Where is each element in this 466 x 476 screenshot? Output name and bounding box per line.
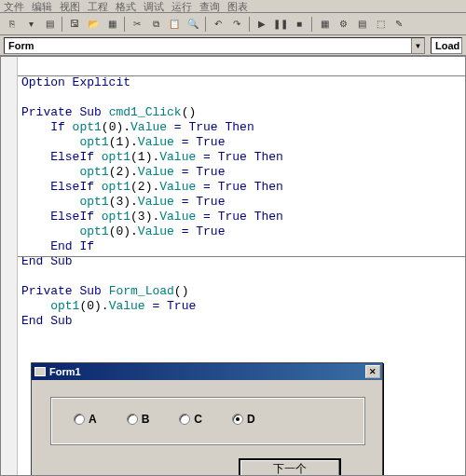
toolbar-button[interactable]: ⎘ — [4, 16, 21, 33]
find-icon[interactable]: 🔍 — [185, 16, 201, 33]
close-button[interactable]: ✕ — [365, 365, 380, 378]
toolbar-button[interactable]: ✎ — [391, 16, 407, 33]
toolbar-button[interactable]: ⬚ — [372, 16, 389, 33]
option-a[interactable]: A — [74, 413, 97, 426]
menu-item[interactable]: 编辑 — [32, 0, 52, 12]
titlebar[interactable]: Form1 ✕ — [32, 363, 382, 380]
menu-item[interactable]: 运行 — [171, 0, 192, 12]
option-label: D — [247, 413, 255, 426]
form-icon — [34, 365, 47, 378]
menu-item[interactable]: 查询 — [199, 0, 220, 12]
option-c[interactable]: C — [179, 413, 202, 426]
option-b[interactable]: B — [127, 413, 150, 426]
window-title: Form1 — [49, 366, 81, 377]
chevron-down-icon[interactable]: ▼ — [411, 38, 424, 53]
object-proc-selectors: Form ▼ Load — [0, 35, 466, 56]
toolbar-button[interactable]: 📂 — [85, 16, 102, 33]
procedure-dropdown-value: Load — [435, 40, 459, 51]
toolbar-separator — [124, 17, 125, 32]
code-content: Option Explicit Private Sub cmd1_Click()… — [21, 61, 283, 344]
toolbar-button[interactable]: ▤ — [353, 16, 370, 33]
section-divider — [18, 256, 465, 257]
option-frame: A B C D — [50, 397, 365, 445]
stop-icon[interactable]: ■ — [291, 16, 308, 33]
radio-icon — [232, 414, 243, 425]
menu-item[interactable]: 工程 — [88, 0, 108, 12]
option-label: C — [194, 413, 202, 426]
menu-item[interactable]: 视图 — [60, 0, 80, 12]
toolbar-separator — [249, 17, 250, 32]
menu-item[interactable]: 图表 — [227, 0, 248, 12]
menu-bar: 文件 编辑 视图 工程 格式 调试 运行 查询 图表 — [0, 0, 466, 13]
option-d[interactable]: D — [232, 413, 255, 426]
paste-icon[interactable]: 📋 — [166, 16, 183, 33]
radio-icon — [127, 414, 138, 425]
toolbar-button[interactable]: ▦ — [316, 16, 333, 33]
toolbar: ⎘ ▾ ▤ 🖫 📂 ▦ ✂ ⧉ 📋 🔍 ↶ ↷ ▶ ❚❚ ■ ▦ ⚙ ▤ ⬚ ✎ — [0, 13, 466, 35]
copy-icon[interactable]: ⧉ — [147, 16, 164, 33]
form-preview-window: Form1 ✕ A B C — [31, 362, 383, 476]
toolbar-separator — [205, 17, 206, 32]
menu-item[interactable]: 文件 — [4, 0, 24, 12]
radio-icon — [179, 414, 190, 425]
pause-icon[interactable]: ❚❚ — [272, 16, 289, 33]
toolbar-separator — [62, 17, 62, 32]
toolbar-button[interactable]: ⚙ — [335, 16, 351, 33]
menu-item[interactable]: 调试 — [144, 0, 164, 12]
next-button[interactable]: 下一个 — [239, 458, 341, 476]
toolbar-button[interactable]: 🖫 — [66, 16, 83, 33]
option-label: B — [142, 413, 150, 426]
object-dropdown-value: Form — [8, 40, 34, 51]
option-label: A — [89, 413, 97, 426]
procedure-dropdown[interactable]: Load — [431, 37, 462, 54]
toolbar-separator — [311, 17, 312, 32]
radio-icon — [74, 414, 85, 425]
section-divider — [18, 75, 465, 76]
object-dropdown[interactable]: Form ▼ — [4, 37, 425, 54]
toolbar-button[interactable]: ▤ — [41, 16, 58, 33]
code-editor[interactable]: Option Explicit Private Sub cmd1_Click()… — [0, 56, 466, 476]
run-icon[interactable]: ▶ — [254, 16, 270, 33]
form-body: A B C D 下一个 — [32, 380, 382, 476]
cut-icon[interactable]: ✂ — [129, 16, 145, 33]
code-gutter — [1, 57, 18, 475]
toolbar-button[interactable]: ▦ — [103, 16, 120, 33]
menu-item[interactable]: 格式 — [116, 0, 136, 12]
undo-icon[interactable]: ↶ — [210, 16, 226, 33]
redo-icon[interactable]: ↷ — [228, 16, 245, 33]
toolbar-button[interactable]: ▾ — [22, 16, 39, 33]
